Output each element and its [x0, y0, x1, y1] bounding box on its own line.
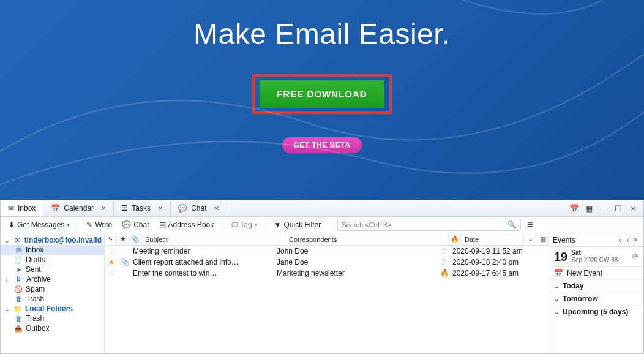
tag-button[interactable]: 🏷 Tag ▾ [226, 219, 261, 230]
close-icon[interactable]: × [158, 203, 163, 213]
search-icon[interactable]: 🔍 [507, 220, 517, 229]
folder-trash[interactable]: 🗑Trash [1, 294, 104, 304]
tab-label: Tasks [132, 204, 151, 213]
tasks-toggle-icon[interactable]: ▦ [582, 204, 596, 213]
events-panel: Events ‹ › × 19 Sat Sep 2020 CW 38 ⟳ 📅 N… [549, 233, 643, 353]
flag-icon[interactable]: 🔥 [436, 269, 449, 277]
filter-icon: ▼ [274, 220, 282, 229]
folder-spam[interactable]: 🚫Spam [1, 284, 104, 294]
account-node[interactable]: ⌄ ✉ tinderbox@foo.invalid [1, 235, 104, 245]
email-client-window: ✉ Inbox 📅 Calendar × ☰ Tasks × 💬 Chat × … [0, 200, 644, 354]
menu-icon[interactable]: ≡ [527, 219, 533, 230]
message-row[interactable]: ★ 📎 Client report attached and info… Jan… [105, 257, 549, 268]
star-icon[interactable]: ☆ [105, 247, 117, 255]
message-correspondent: Marketing newsletter [273, 269, 436, 277]
message-row[interactable]: ☆ Enter the contest to win… Marketing ne… [105, 268, 549, 279]
day-number: 19 [554, 250, 567, 264]
message-correspondent: John Doe [273, 247, 436, 255]
tab-chat[interactable]: 💬 Chat × [171, 200, 227, 216]
search-input[interactable] [342, 221, 507, 228]
chevron-down-icon: ⌄ [554, 283, 559, 290]
trash-icon: 🗑 [14, 315, 23, 322]
tab-calendar[interactable]: 📅 Calendar × [43, 200, 114, 216]
column-headers: ⤷ ★ 📎 Subject Correspondents 🔥 Date ⌄ ▦ [105, 233, 549, 246]
outbox-icon: 📤 [14, 325, 23, 333]
new-event-button[interactable]: 📅 New Event [549, 267, 643, 280]
quick-filter-button[interactable]: ▼ Quick Filter [270, 219, 326, 230]
message-row[interactable]: ☆ Meeting reminder John Doe ⏱ 2020-09-19… [105, 246, 549, 257]
inbox-icon: ✉ [14, 246, 23, 254]
flag-col-icon[interactable]: 🔥 [449, 233, 461, 245]
chevron-down-icon: ⌄ [554, 309, 559, 315]
calendar-toggle-icon[interactable]: 📅 [567, 204, 581, 213]
star-icon[interactable]: ★ [105, 258, 117, 266]
pencil-icon: ✎ [86, 220, 92, 229]
chat-button[interactable]: 💬 Chat [118, 219, 153, 230]
folder-outbox[interactable]: 📤Outbox [1, 323, 104, 333]
folder-drafts[interactable]: 📄Drafts [1, 255, 104, 265]
refresh-icon[interactable]: ⟳ [632, 252, 638, 261]
expand-icon[interactable]: ⌄ [4, 237, 10, 244]
message-subject: Enter the contest to win… [129, 269, 273, 277]
events-section-upcoming[interactable]: ⌄Upcoming (5 days) [549, 306, 643, 318]
expand-icon[interactable]: ⌄ [4, 306, 10, 312]
tab-tasks[interactable]: ☰ Tasks × [114, 200, 171, 216]
folder-inbox[interactable]: ✉Inbox [1, 245, 104, 255]
message-correspondent: Jane Doe [273, 258, 436, 266]
message-date: 2020-09-18 2:40 pm [449, 258, 549, 266]
star-icon[interactable]: ☆ [105, 269, 117, 277]
tab-label: Inbox [18, 204, 36, 213]
local-folders-node[interactable]: ⌄ 📁 Local Folders [1, 304, 104, 314]
chevron-down-icon: ⌄ [554, 296, 559, 303]
tab-label: Chat [191, 204, 206, 213]
trash-icon: 🗑 [14, 295, 23, 303]
get-messages-button[interactable]: ⬇ Get Messages ▾ [4, 219, 74, 230]
address-book-button[interactable]: ▤ Address Book [155, 219, 219, 230]
message-list: ⤷ ★ 📎 Subject Correspondents 🔥 Date ⌄ ▦ … [105, 233, 549, 353]
events-section-today[interactable]: ⌄Today [549, 280, 643, 293]
close-icon[interactable]: × [632, 236, 640, 244]
column-picker-icon[interactable]: ▦ [536, 233, 549, 245]
message-date: 2020-09-19 11:52 am [449, 247, 549, 255]
close-icon[interactable]: × [214, 203, 219, 213]
folder-local-trash[interactable]: 🗑Trash [1, 314, 104, 323]
folder-icon: 📁 [13, 305, 22, 313]
star-col-icon[interactable]: ★ [117, 233, 129, 245]
tag-icon: 🏷 [230, 220, 238, 229]
expand-icon[interactable]: › [6, 276, 12, 283]
hero-banner: Make Email Easier. FREE DOWNLOAD GET THE… [0, 0, 644, 200]
get-beta-button[interactable]: GET THE BETA [282, 137, 361, 153]
chevron-down-icon: ▾ [67, 222, 70, 228]
message-subject: Client report attached and info… [129, 258, 273, 266]
folder-archive[interactable]: ›🗄Archive [1, 274, 104, 284]
write-button[interactable]: ✎ Write [82, 219, 116, 230]
minimize-icon[interactable]: — [597, 204, 610, 213]
attachment-col-icon[interactable]: 📎 [129, 233, 141, 245]
download-highlight-box: FREE DOWNLOAD [252, 74, 391, 114]
calendar-icon: 📅 [51, 204, 60, 213]
date-column[interactable]: Date [461, 233, 524, 245]
window-controls: 📅 ▦ — ☐ × [567, 204, 643, 213]
chat-icon: 💬 [122, 220, 131, 229]
book-icon: ▤ [159, 220, 166, 229]
flag-icon[interactable]: ⏱ [436, 258, 449, 266]
tab-inbox[interactable]: ✉ Inbox [1, 200, 43, 216]
free-download-button[interactable]: FREE DOWNLOAD [260, 80, 384, 108]
close-icon[interactable]: × [101, 203, 106, 213]
folder-tree: ⌄ ✉ tinderbox@foo.invalid ✉Inbox 📄Drafts… [1, 233, 105, 353]
search-box[interactable]: 🔍 [337, 219, 521, 231]
mail-icon: ✉ [13, 236, 21, 244]
hero-headline: Make Email Easier. [193, 17, 451, 51]
next-icon[interactable]: › [624, 236, 631, 244]
thread-col-icon[interactable]: ⤷ [105, 233, 117, 245]
chat-icon: 💬 [178, 204, 187, 213]
prev-icon[interactable]: ‹ [617, 236, 623, 244]
events-section-tomorrow[interactable]: ⌄Tomorrow [549, 293, 643, 306]
correspondents-column[interactable]: Correspondents [285, 233, 449, 245]
folder-sent[interactable]: ➤Sent [1, 265, 104, 274]
maximize-icon[interactable]: ☐ [612, 204, 625, 213]
close-window-icon[interactable]: × [626, 204, 640, 213]
flag-icon[interactable]: ⏱ [436, 247, 449, 255]
subject-column[interactable]: Subject [141, 233, 285, 245]
column-picker-icon[interactable]: ⌄ [524, 233, 536, 245]
